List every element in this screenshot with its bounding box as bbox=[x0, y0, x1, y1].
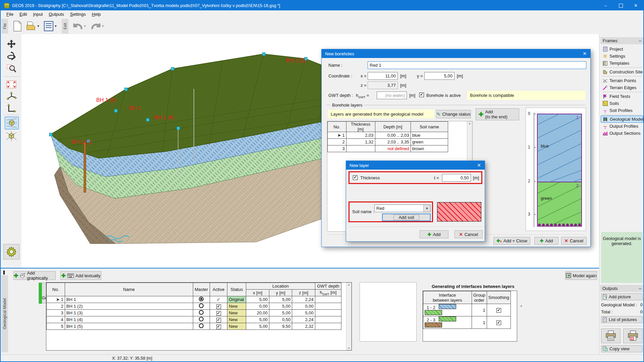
close-button[interactable]: ✕ bbox=[628, 1, 643, 10]
model-again-button[interactable]: Model again bbox=[565, 271, 597, 280]
rotate-tool-button[interactable] bbox=[5, 50, 18, 62]
undo-dropdown-caret[interactable]: ▼ bbox=[84, 24, 87, 28]
add-close-button[interactable]: ✚x Add + Close bbox=[493, 237, 530, 245]
undo-button[interactable]: ▼ bbox=[72, 21, 87, 32]
dropdown-arrow-icon[interactable]: ▼ bbox=[423, 205, 430, 212]
interface-row[interactable]: 1 - 2 1 ✓ bbox=[423, 304, 511, 316]
active-checkbox[interactable]: ✓ bbox=[216, 311, 221, 316]
sidebar-item-settings[interactable]: ⚙ Settings bbox=[601, 53, 643, 60]
thickness-checkbox[interactable]: ✓ bbox=[353, 175, 358, 180]
menu-file[interactable]: File bbox=[3, 11, 16, 18]
layer-row[interactable]: ➤ 1 2,03 0,00 .. 2,03 blue bbox=[328, 132, 448, 139]
zoom-fit-tool-button[interactable] bbox=[5, 78, 18, 90]
file-toolbar-tab[interactable]: File bbox=[1, 19, 8, 34]
smoothing-checkbox[interactable]: ✓ bbox=[496, 320, 501, 325]
master-radio[interactable] bbox=[199, 303, 204, 308]
maximize-button[interactable] bbox=[613, 1, 628, 10]
master-radio[interactable] bbox=[199, 323, 204, 328]
new-layer-dialog-titlebar[interactable]: New layer ✕ bbox=[346, 161, 485, 170]
soil-name-dropdown[interactable]: Red ▼ bbox=[374, 204, 431, 212]
zoom-window-tool-button[interactable] bbox=[5, 62, 18, 74]
save-button[interactable]: ▼ bbox=[42, 20, 58, 32]
axonometry-tool-button[interactable] bbox=[5, 90, 18, 103]
cancel-button[interactable]: ✕ Cancel bbox=[454, 230, 483, 238]
menu-help[interactable]: Help bbox=[89, 11, 104, 18]
smoothing-checkbox[interactable]: ✓ bbox=[496, 308, 501, 313]
close-icon[interactable]: ✕ bbox=[579, 49, 590, 58]
sidebar-item-terrain-edges[interactable]: Terrain Edges bbox=[601, 84, 643, 91]
cancel-button[interactable]: ✕ Cancel bbox=[561, 237, 587, 245]
add-button[interactable]: ✚ Add bbox=[534, 237, 558, 245]
menu-edit[interactable]: Edit bbox=[16, 11, 30, 18]
layer-row[interactable]: 3 not defined brown bbox=[328, 145, 448, 152]
menu-outputs[interactable]: Outputs bbox=[46, 11, 67, 18]
interfaces-scroll-up[interactable]: ▲ bbox=[520, 304, 523, 307]
sidebar-item-project[interactable]: Project bbox=[601, 46, 643, 53]
borehole-label[interactable]: BH 1 (5) bbox=[96, 97, 116, 103]
perspective-view-tool-button-selected[interactable] bbox=[5, 117, 19, 129]
edit-toolbar-tab[interactable]: Edit bbox=[62, 19, 68, 34]
new-file-button[interactable] bbox=[11, 20, 23, 32]
open-dropdown-caret[interactable]: ▼ bbox=[37, 24, 40, 28]
sidebar-item-output-profiles[interactable]: ┬ Output Profiles bbox=[601, 123, 643, 130]
y-input[interactable]: 5,00 bbox=[424, 72, 454, 80]
borehole-label[interactable]: BH 1 (3) bbox=[286, 58, 306, 64]
new-boreholes-dialog-titlebar[interactable]: New boreholes ✕ bbox=[322, 49, 590, 58]
open-file-button[interactable]: ▼ bbox=[25, 20, 40, 32]
interfaces-table[interactable]: Interfacebetween layers Grouporder Smoot… bbox=[423, 291, 511, 329]
borehole-active-checkbox[interactable]: ✓ bbox=[419, 93, 424, 97]
sidebar-item-soil-profiles[interactable]: ┬ Soil Profiles bbox=[601, 107, 643, 114]
frames-minimize-button[interactable]: – bbox=[639, 38, 641, 43]
view-settings-button[interactable] bbox=[3, 244, 19, 259]
gwt-input[interactable]: (no water) bbox=[377, 92, 407, 99]
master-radio[interactable] bbox=[199, 310, 204, 315]
active-checkbox[interactable]: ✓ bbox=[216, 318, 221, 322]
master-radio-selected[interactable] bbox=[199, 297, 204, 301]
t-input[interactable]: 0,50 bbox=[442, 174, 471, 182]
layer-row[interactable]: 2 1,32 2,03 .. 3,35 green bbox=[328, 139, 448, 145]
borehole-label[interactable]: BH 1 (2) bbox=[71, 139, 92, 145]
sidebar-item-soils[interactable]: Soils bbox=[601, 100, 643, 107]
front-view-tool-button[interactable] bbox=[5, 103, 18, 115]
borehole-row[interactable]: 2 BH 1 (2) ✓ New 0,00 5,00 0,00 bbox=[47, 303, 341, 310]
geological-model-mode-tab[interactable]: Geological Model bbox=[1, 275, 8, 352]
save-dropdown-caret[interactable]: ▼ bbox=[54, 24, 57, 28]
redo-button[interactable]: ▼ bbox=[90, 21, 105, 32]
add-to-end-button[interactable]: ✚ Add(to the end) bbox=[476, 108, 519, 120]
borehole-layers-table[interactable]: No. Thickness [m] Depth [m] Soil name ➤ … bbox=[327, 121, 448, 152]
interface-row[interactable]: 2 - 3 1 ✓ bbox=[423, 316, 511, 329]
sidebar-item-terrain-points[interactable]: Terrain Points bbox=[601, 77, 643, 84]
active-checkbox[interactable]: ✓ bbox=[216, 324, 221, 329]
list-of-pictures-button[interactable]: List of pictures bbox=[601, 316, 643, 323]
copy-view-button[interactable]: Copy view bbox=[601, 345, 643, 352]
minimize-button[interactable]: – bbox=[598, 1, 613, 10]
pan-tool-button[interactable] bbox=[5, 38, 18, 50]
sidebar-item-construction-site[interactable]: Construction Site bbox=[601, 68, 643, 75]
boreholes-table-scrollbar[interactable]: ▲▼ bbox=[346, 283, 352, 350]
sidebar-item-geological-model[interactable]: Geological Model bbox=[601, 116, 643, 123]
sidebar-item-output-sections[interactable]: Output Sections bbox=[601, 130, 643, 137]
borehole-row[interactable]: 3 BH 1 (3) ✓ New 20,00 5,00 5,00 bbox=[47, 310, 341, 316]
menu-input[interactable]: Input bbox=[30, 11, 46, 18]
active-check[interactable]: ✓ bbox=[210, 296, 227, 303]
borehole-row[interactable]: 4 BH 1 (4) ✓ New 5,00 0,50 2,24 bbox=[47, 316, 341, 323]
add-button[interactable]: ✚ Add bbox=[420, 230, 448, 238]
axonometric-view-tool-button[interactable] bbox=[5, 130, 18, 142]
print-preview-button[interactable] bbox=[623, 328, 643, 343]
add-soil-button[interactable]: Add soil bbox=[382, 214, 431, 221]
redo-dropdown-caret[interactable]: ▼ bbox=[102, 24, 105, 28]
active-checkbox[interactable]: ✓ bbox=[216, 304, 221, 309]
add-picture-button[interactable]: Add picture bbox=[601, 293, 643, 300]
borehole-label[interactable]: BH 1 bbox=[129, 105, 141, 111]
close-icon[interactable]: ✕ bbox=[473, 161, 485, 170]
add-textually-button[interactable]: ✚ Add textually bbox=[60, 271, 101, 280]
borehole-row[interactable]: ➤ 1 BH 1 ✓ Original 5,00 5,00 2,24 bbox=[47, 296, 341, 303]
master-radio[interactable] bbox=[199, 317, 204, 321]
name-input[interactable]: Red 1 bbox=[368, 61, 586, 69]
change-status-button[interactable]: ✎ Change status bbox=[436, 110, 471, 118]
borehole-row[interactable]: 5 BH 1 (5) ✓ New 5,00 9,50 2,32 bbox=[47, 323, 341, 330]
menu-settings[interactable]: Settings bbox=[67, 11, 89, 18]
print-button[interactable] bbox=[601, 328, 621, 343]
boreholes-table[interactable]: No. Name Master Active Status Location G… bbox=[46, 283, 341, 330]
x-input[interactable]: 11,00 bbox=[368, 72, 398, 80]
